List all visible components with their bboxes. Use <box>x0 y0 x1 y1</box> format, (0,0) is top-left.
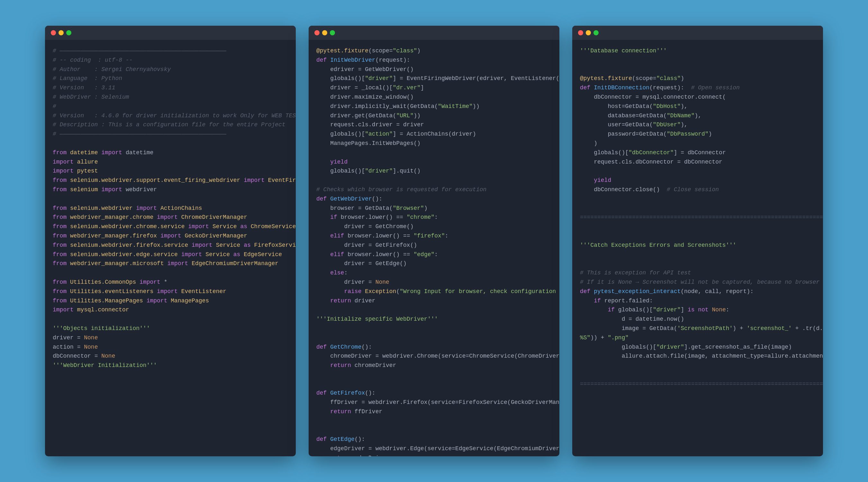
minimize-button-3[interactable] <box>586 30 591 35</box>
code-window-1: # ——————————————————————————————————————… <box>45 26 296 456</box>
minimize-button-2[interactable] <box>322 30 327 35</box>
code-content-2: @pytest.fixture(scope="class") def InitW… <box>309 40 559 456</box>
maximize-button-3[interactable] <box>593 30 598 35</box>
minimize-button-1[interactable] <box>59 30 64 35</box>
close-button-3[interactable] <box>578 30 583 35</box>
close-button-1[interactable] <box>51 30 56 35</box>
code-content-3: '''Database connection''' @pytest.fixtur… <box>572 40 823 456</box>
title-bar-1 <box>45 26 296 40</box>
code-window-2: @pytest.fixture(scope="class") def InitW… <box>309 26 559 456</box>
title-bar-2 <box>309 26 559 40</box>
close-button-2[interactable] <box>314 30 319 35</box>
code-content-1: # ——————————————————————————————————————… <box>45 40 296 456</box>
maximize-button-2[interactable] <box>330 30 335 35</box>
code-window-3: '''Database connection''' @pytest.fixtur… <box>572 26 823 456</box>
title-bar-3 <box>572 26 823 40</box>
maximize-button-1[interactable] <box>66 30 71 35</box>
